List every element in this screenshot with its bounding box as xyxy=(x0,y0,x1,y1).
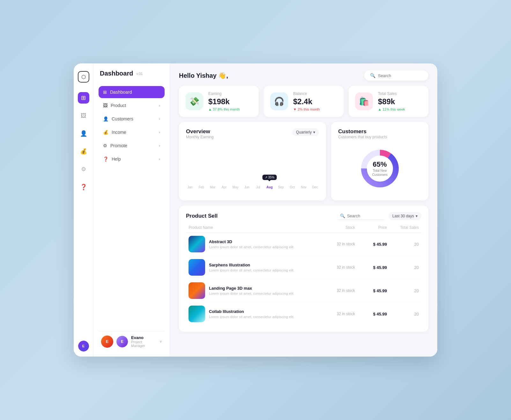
product-price: $ 45.99 xyxy=(355,312,387,316)
search-icon: 🔍 xyxy=(370,73,375,78)
customers-card: Customers Customers that buy products xyxy=(331,122,428,200)
rail-help[interactable]: ❓ xyxy=(78,181,89,193)
sidebar-item-dashboard[interactable]: ⊞ Dashboard xyxy=(99,86,165,98)
rail-user-avatar[interactable]: E xyxy=(78,341,89,351)
product-name: Sarphens Illustration xyxy=(209,263,294,267)
overview-subtitle: Monthly Earning xyxy=(186,135,214,139)
app-shell: ⬡ ⊞ 🖼 👤 💰 ⚙ ❓ E Dashboard v.01 ⊞ Dashboa… xyxy=(74,63,437,357)
bar-col: ↗ 35%Aug xyxy=(265,184,274,189)
col-total-sales: Total Sales xyxy=(387,225,419,230)
rail-dashboard[interactable]: ⊞ xyxy=(78,92,89,104)
app-title: Dashboard xyxy=(100,70,133,77)
product-thumb xyxy=(189,282,205,299)
col-product-name: Product Name xyxy=(189,225,317,230)
date-filter-btn[interactable]: Last 30 days ▾ xyxy=(389,212,421,220)
quarterly-filter[interactable]: Quarterly ▾ xyxy=(292,128,319,136)
stat-card-earning: 💸 Earning $198k ▲ 37.8% this month xyxy=(179,86,259,117)
bar-label: Dec xyxy=(312,185,318,189)
sidebar-item-customers[interactable]: 👤 Customers › xyxy=(99,113,165,125)
sidebar-label-dashboard: Dashboard xyxy=(110,90,132,95)
main-content: Hello Yishay 👋, 🔍 💸 Earning $198k ▲ 37.8… xyxy=(170,63,437,357)
sidebar-label-promote: Promote xyxy=(110,143,127,148)
bar-label: Jun xyxy=(244,185,249,189)
table-row: Landing Page 3D max Lorem ipsum dolor si… xyxy=(186,279,421,302)
product-price: $ 45.99 xyxy=(355,288,387,293)
sidebar-item-product[interactable]: 🖼 Product › xyxy=(99,99,165,112)
charts-row: Overview Monthly Earning Quarterly ▾ Jan… xyxy=(170,122,437,206)
product-thumb xyxy=(189,236,205,252)
product-sales: 20 xyxy=(387,288,419,293)
table-row: Collab Illustration Lorem ipsum dolor si… xyxy=(186,302,421,325)
bar-col: Feb xyxy=(197,184,206,189)
sidebar: Dashboard v.01 ⊞ Dashboard 🖼 Product › 👤 xyxy=(93,63,170,357)
product-desc: Lorem ipsum dolor sit amet, consectetur … xyxy=(209,245,294,249)
donut-wrap: 65% Total New Customers xyxy=(359,148,401,189)
donut-center: 65% Total New Customers xyxy=(372,160,387,177)
bar-tooltip: ↗ 35% xyxy=(263,175,277,180)
totalsales-label: Total Sales xyxy=(378,91,405,96)
table-row: Abstract 3D Lorem ipsum dolor sit amet, … xyxy=(186,233,421,256)
product-thumb-img xyxy=(189,236,205,252)
bar-label: Jul xyxy=(256,185,260,189)
product-thumb xyxy=(189,306,205,322)
product-sales: 20 xyxy=(387,312,419,316)
product-text: Abstract 3D Lorem ipsum dolor sit amet, … xyxy=(209,239,294,249)
promote-chevron: › xyxy=(159,143,160,148)
sidebar-label-product: Product xyxy=(111,103,126,108)
table-search[interactable]: 🔍 xyxy=(337,212,385,220)
product-text: Collab Illustration Lorem ipsum dolor si… xyxy=(209,309,294,319)
customers-icon: 👤 xyxy=(103,116,108,121)
table-search-input[interactable] xyxy=(347,214,382,218)
product-chevron: › xyxy=(159,103,160,108)
product-desc: Lorem ipsum dolor sit amet, consectetur … xyxy=(209,268,294,272)
donut-container: 65% Total New Customers xyxy=(338,143,421,194)
rail-product[interactable]: 🖼 xyxy=(78,110,89,121)
bar-label: Jan xyxy=(188,185,193,189)
stat-info-balance: Balance $2.4k ▼ 2% this month xyxy=(293,91,320,111)
user-chevron-down[interactable]: ∨ xyxy=(159,339,162,344)
product-stock: 32 in stock xyxy=(317,288,355,293)
customers-chart-title: Customers xyxy=(338,128,421,135)
bar-col: Jul xyxy=(254,184,263,189)
bar-label: Feb xyxy=(199,185,204,189)
col-stock: Stock xyxy=(317,225,355,230)
product-text: Sarphens Illustration Lorem ipsum dolor … xyxy=(209,263,294,272)
rail-customers[interactable]: 👤 xyxy=(78,128,89,139)
quarterly-label: Quarterly xyxy=(296,130,312,134)
product-info: Abstract 3D Lorem ipsum dolor sit amet, … xyxy=(189,236,317,252)
product-info: Collab Illustration Lorem ipsum dolor si… xyxy=(189,306,317,322)
product-stock: 32 in stock xyxy=(317,242,355,246)
bar-col: Apr xyxy=(220,184,228,189)
donut-percentage: 65% xyxy=(372,160,387,169)
bar-col: Sep xyxy=(277,184,285,189)
bar-label: Oct xyxy=(290,185,295,189)
stat-card-totalsales: 🛍️ Total Sales $89k ▲ 11% this week xyxy=(349,86,428,117)
sidebar-label-customers: Customers xyxy=(112,116,133,121)
product-sales: 20 xyxy=(387,265,419,270)
search-input[interactable] xyxy=(378,73,423,78)
sidebar-label-income: Income xyxy=(112,130,126,135)
product-desc: Lorem ipsum dolor sit amet, consectetur … xyxy=(209,315,294,319)
logo-icon: ⬡ xyxy=(78,71,89,83)
product-thumb-img xyxy=(189,306,205,322)
rail-income[interactable]: 💰 xyxy=(78,146,89,157)
search-bar[interactable]: 🔍 xyxy=(364,70,428,81)
customers-chevron: › xyxy=(159,117,160,121)
sidebar-item-income[interactable]: 💰 Income › xyxy=(99,126,165,138)
down-arrow: ▼ xyxy=(293,107,297,111)
bar-col: May xyxy=(231,184,240,189)
promote-icon: ⚙ xyxy=(103,143,107,148)
sidebar-item-promote[interactable]: ⚙ Promote › xyxy=(99,140,165,152)
balance-label: Balance xyxy=(293,91,320,96)
overview-title: Overview xyxy=(186,128,214,135)
product-name: Collab Illustration xyxy=(209,309,294,314)
earning-value: $198k xyxy=(208,97,240,106)
sidebar-item-help[interactable]: ❓ Help › xyxy=(99,153,165,165)
bar-label: Mar xyxy=(210,185,215,189)
stat-info-earning: Earning $198k ▲ 37.8% this month xyxy=(208,91,240,111)
product-icon: 🖼 xyxy=(103,103,107,108)
bar-chart: JanFebMarAprMayJunJul↗ 35%AugSepOctNovDe… xyxy=(186,144,319,189)
rail-promote[interactable]: ⚙ xyxy=(78,163,89,175)
sidebar-nav: ⊞ Dashboard 🖼 Product › 👤 Customers › xyxy=(99,86,165,329)
product-stock: 32 in stock xyxy=(317,265,355,270)
